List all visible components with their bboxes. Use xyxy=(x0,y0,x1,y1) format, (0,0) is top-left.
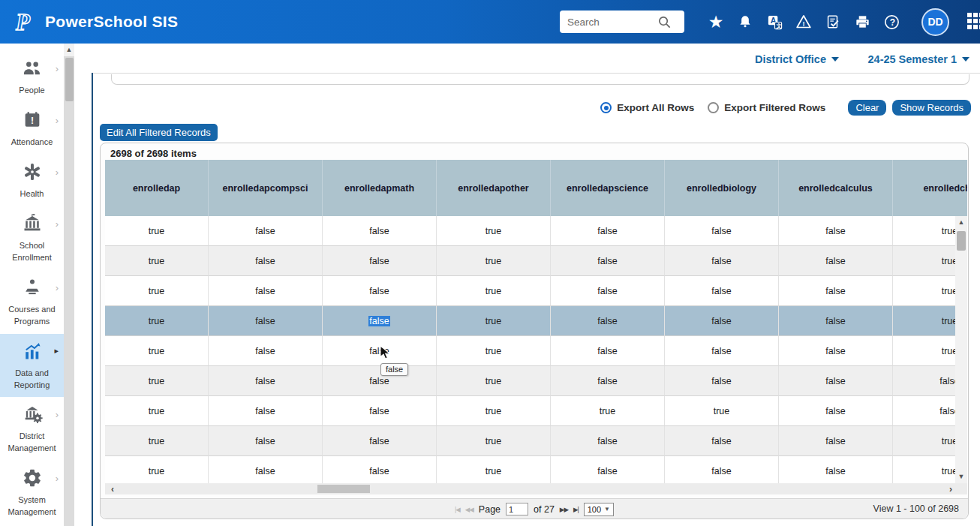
grid-cell[interactable]: false xyxy=(779,306,893,336)
table-row[interactable]: truefalsefalsetruetruetruefalsefalse xyxy=(105,396,967,426)
grid-cell[interactable]: false xyxy=(209,276,323,306)
table-row[interactable]: truefalsefalsetruefalsefalsefalsetrue xyxy=(105,336,967,366)
grid-cell[interactable]: true xyxy=(437,336,551,366)
search-box[interactable] xyxy=(560,11,684,33)
grid-vertical-scrollbar[interactable]: ▲ ▼ xyxy=(955,216,967,483)
grid-cell[interactable]: false xyxy=(209,216,323,246)
grid-cell[interactable]: false xyxy=(323,216,437,246)
export-filtered-rows-radio[interactable]: Export Filtered Rows xyxy=(708,102,825,113)
grid-cell[interactable]: true xyxy=(437,306,551,336)
print-icon[interactable] xyxy=(852,12,872,32)
column-header-enrolledche[interactable]: enrolledche xyxy=(893,160,967,216)
table-row[interactable]: truefalsefalsetruefalsefalsefalsetrue xyxy=(105,426,967,456)
table-row[interactable]: truefalsefalsetruefalsefalsefalsetrue xyxy=(105,306,967,336)
grid-cell[interactable]: true xyxy=(437,366,551,396)
radio-selected-icon[interactable] xyxy=(600,102,612,113)
grid-cell[interactable]: false xyxy=(323,456,437,486)
grid-cell[interactable]: false xyxy=(551,366,665,396)
grid-cell[interactable]: false xyxy=(665,336,779,366)
column-header-enrolledap[interactable]: enrolledap xyxy=(105,160,209,216)
sidebar-item-attendance[interactable]: !Attendance› xyxy=(0,103,64,155)
grid-cell[interactable]: false xyxy=(665,216,779,246)
grid-cell[interactable]: true xyxy=(437,396,551,426)
export-all-rows-radio[interactable]: Export All Rows xyxy=(600,102,694,113)
grid-cell[interactable]: true xyxy=(105,336,209,366)
powerschool-logo[interactable]: P PowerSchool SIS xyxy=(0,8,178,35)
apps-grid-icon[interactable] xyxy=(966,12,980,32)
table-row[interactable]: truefalsefalsetruefalsefalsefalsetrue xyxy=(105,276,967,306)
grid-cell[interactable]: false xyxy=(323,246,437,276)
grid-cell[interactable]: false xyxy=(665,456,779,486)
table-row[interactable]: truefalsefalsetruefalsefalsefalsetrue xyxy=(105,216,967,246)
grid-cell[interactable]: true xyxy=(665,396,779,426)
grid-cell[interactable]: false xyxy=(209,306,323,336)
clear-button[interactable]: Clear xyxy=(848,100,886,116)
grid-cell[interactable]: false xyxy=(551,216,665,246)
page-number-input[interactable] xyxy=(506,503,528,515)
grid-cell[interactable]: false xyxy=(779,456,893,486)
grid-cell[interactable]: true xyxy=(437,216,551,246)
grid-cell[interactable]: false xyxy=(665,366,779,396)
grid-cell[interactable]: true xyxy=(105,306,209,336)
grid-cell[interactable]: true xyxy=(105,366,209,396)
school-selector[interactable]: District Office xyxy=(755,53,839,65)
grid-cell[interactable]: false xyxy=(323,426,437,456)
edit-all-filtered-records-button[interactable]: Edit All Filtered Records xyxy=(100,124,218,141)
grid-cell[interactable]: false xyxy=(665,246,779,276)
grid-cell[interactable]: false xyxy=(779,246,893,276)
grid-cell[interactable]: true xyxy=(437,246,551,276)
grid-cell[interactable]: false xyxy=(779,336,893,366)
grid-cell[interactable]: false xyxy=(323,336,437,366)
grid-cell[interactable]: true xyxy=(105,246,209,276)
term-selector[interactable]: 24-25 Semester 1 xyxy=(868,53,970,65)
grid-cell[interactable]: false xyxy=(209,396,323,426)
sidebar-item-courses-and-programs[interactable]: Courses and Programs› xyxy=(0,270,64,334)
grid-cell[interactable]: false xyxy=(551,306,665,336)
grid-horizontal-scrollbar[interactable]: ‹ › xyxy=(105,483,967,494)
table-row[interactable]: truefalsefalsetruefalsefalsefalsetrue xyxy=(105,246,967,276)
grid-cell[interactable]: false xyxy=(209,246,323,276)
column-header-enrolledapcompsci[interactable]: enrolledapcompsci xyxy=(209,160,323,216)
grid-cell[interactable]: false xyxy=(779,276,893,306)
table-row[interactable]: truefalsefalsetruefalsefalsefalsetrue xyxy=(105,456,967,486)
vertical-scrollbar-thumb[interactable] xyxy=(957,231,966,251)
grid-cell[interactable]: false xyxy=(323,306,437,336)
column-header-enrolledcalculus[interactable]: enrolledcalculus xyxy=(779,160,893,216)
grid-cell[interactable]: false xyxy=(209,366,323,396)
sidebar-item-people[interactable]: People› xyxy=(0,51,64,103)
scroll-left-icon[interactable]: ‹ xyxy=(105,484,120,494)
search-input[interactable] xyxy=(567,17,657,28)
column-header-enrolledapmath[interactable]: enrolledapmath xyxy=(323,160,437,216)
grid-cell[interactable]: false xyxy=(323,396,437,426)
grid-cell[interactable]: true xyxy=(437,276,551,306)
grid-cell[interactable]: false xyxy=(779,216,893,246)
scroll-up-icon[interactable]: ▲ xyxy=(64,44,74,56)
search-icon[interactable] xyxy=(657,15,672,29)
sidebar-item-data-and-reporting[interactable]: Data and Reporting▸ xyxy=(0,334,64,398)
sidebar-scrollbar[interactable]: ▲ xyxy=(64,44,74,526)
grid-cell[interactable]: false xyxy=(665,276,779,306)
sidebar-item-school-enrollment[interactable]: School Enrollment› xyxy=(0,206,64,270)
grid-cell[interactable]: false xyxy=(551,456,665,486)
grid-cell[interactable]: true xyxy=(105,216,209,246)
column-header-enrolledbiology[interactable]: enrolledbiology xyxy=(665,160,779,216)
show-records-button[interactable]: Show Records xyxy=(892,100,971,116)
sidebar-item-health[interactable]: Health› xyxy=(0,155,64,206)
column-header-enrolledapscience[interactable]: enrolledapscience xyxy=(551,160,665,216)
column-header-enrolledapother[interactable]: enrolledapother xyxy=(437,160,551,216)
grid-cell[interactable]: true xyxy=(105,396,209,426)
grid-cell[interactable]: false xyxy=(779,396,893,426)
grid-cell[interactable]: false xyxy=(551,276,665,306)
radio-unselected-icon[interactable] xyxy=(708,102,719,113)
next-page-icon[interactable]: ▶▶ xyxy=(560,506,568,513)
grid-cell[interactable]: false xyxy=(551,426,665,456)
grid-cell[interactable]: false xyxy=(551,336,665,366)
table-row[interactable]: truefalsefalsetruefalsefalsefalsefalse xyxy=(105,366,967,396)
sidebar-item-system-management[interactable]: System Management› xyxy=(0,461,64,524)
grid-cell[interactable]: true xyxy=(105,276,209,306)
favorites-star-icon[interactable]: ★ xyxy=(706,12,726,32)
grid-cell[interactable]: true xyxy=(437,456,551,486)
grid-cell[interactable]: true xyxy=(105,456,209,486)
prev-page-icon[interactable]: ◀◀ xyxy=(465,506,473,513)
horizontal-scrollbar-thumb[interactable] xyxy=(317,485,370,493)
